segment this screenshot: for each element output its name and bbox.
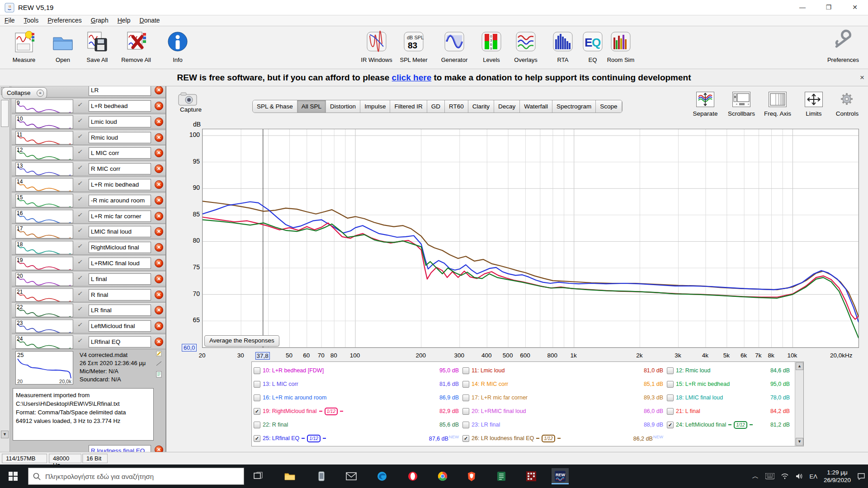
volume-icon[interactable] [795,473,803,479]
tab-decay[interactable]: Decay [494,100,520,113]
network-icon[interactable] [781,473,789,479]
trace-checkbox[interactable] [462,408,469,415]
remove-all-button[interactable]: Remove All [117,29,156,63]
measurement-label[interactable]: R loudness final EQ [89,445,151,452]
tab-spl-phase[interactable]: SPL & Phase [253,100,297,113]
tray-chevron-icon[interactable]: ︿ [752,472,759,481]
touch-keyboard-icon[interactable] [765,473,774,479]
x-cursor-label[interactable]: 37,8 [255,352,270,360]
measurement-thumbnail[interactable]: 17 [15,225,73,239]
taskbar-mail-icon[interactable] [343,468,360,484]
measurement-row-23[interactable]: 23✓LeftMicloud final✕ [12,319,166,334]
selected-measurement[interactable]: 25 20 20,0k V4 corrected.mdat 26 Σεπ 202… [12,350,166,386]
capture-button[interactable]: Capture [177,91,204,113]
measurement-thumbnail[interactable]: 10 [15,115,73,129]
measurement-row-9[interactable]: 9✓L+R bedhead✕ [12,99,166,114]
taskbar-spreadsheet-icon[interactable] [493,468,510,484]
measurement-row-13[interactable]: 13✓R MIC corr✕ [12,161,166,177]
separate-button[interactable]: Separate [688,92,722,117]
taskbar-folder-icon[interactable] [281,468,298,484]
scrollbar-thumb[interactable] [1,100,9,127]
measurement-label[interactable]: LRfinal EQ [89,336,151,347]
measurement-thumbnail[interactable]: 21 [15,288,73,302]
taskbar-chrome-icon[interactable] [434,468,451,484]
close-button[interactable]: ✕ [842,0,868,15]
action-center-icon[interactable] [857,473,865,480]
measurement-label[interactable]: LR final [89,305,151,316]
taskbar-pixelgrid-icon[interactable] [523,468,540,484]
delete-measurement-icon[interactable]: ✕ [155,275,163,283]
trace-checkbox[interactable] [667,408,674,415]
start-button[interactable] [5,468,22,484]
measurement-thumbnail[interactable]: 9 [15,99,73,113]
trace-checkbox[interactable] [667,394,674,401]
measurement-row-18[interactable]: 18✓RightMicloud final✕ [12,240,166,255]
info-button[interactable]: Info [158,29,197,63]
room-sim-button[interactable]: Room Sim [601,29,640,63]
tab-all-spl[interactable]: All SPL [297,100,326,113]
trace-line-icon[interactable] [156,360,163,367]
banner-close-icon[interactable]: × [860,70,864,86]
measurement-thumbnail[interactable]: 15 [15,194,73,207]
tab-scope[interactable]: Scope [596,100,622,113]
measurement-row-12[interactable]: 12✓L MIC corr✕ [12,145,166,161]
measurement-label[interactable]: Rmic loud [89,132,151,143]
measurement-label[interactable]: R final [89,289,151,300]
trace-checkbox[interactable] [254,381,260,388]
average-responses-button[interactable]: Average the Responses [204,335,279,347]
smoothing-badge[interactable]: 1/12 [307,435,320,442]
tab-rt60[interactable]: RT60 [445,100,468,113]
trace-checkbox-checked[interactable]: ✓ [254,435,260,442]
measurement-row-15[interactable]: 15✓-R mic around room✕ [12,193,166,208]
taskbar-opera-icon[interactable] [404,468,421,484]
smoothing-badge[interactable]: 1/12 [734,421,747,429]
measurement-thumbnail[interactable]: 12 [15,146,73,160]
scrollbars-button[interactable]: Scrollbars [724,92,759,117]
delete-measurement-icon[interactable]: ✕ [155,180,163,189]
trace-checkbox[interactable] [462,422,469,428]
measurement-row-20[interactable]: 20✓L final✕ [12,272,166,287]
measurement-label[interactable]: LeftMicloud final [89,320,151,332]
measurement-thumbnail[interactable]: 16 [15,210,73,223]
smoothing-badge[interactable]: 1/12 [542,435,555,442]
sidebar-scrollbar[interactable]: ▲ ▼ [0,86,10,452]
spl-chart[interactable] [202,129,859,348]
menu-item-donate[interactable]: Donate [135,15,165,25]
measurement-row-10[interactable]: 10✓Lmic loud✕ [12,114,166,130]
tab-filtered-ir[interactable]: Filtered IR [390,100,427,113]
delete-measurement-icon[interactable]: ✕ [155,133,163,142]
measurement-thumbnail[interactable]: 23 [15,319,73,333]
y-min-limit-box[interactable]: 60,0 [182,344,197,352]
measurement-label[interactable]: L+R mic far corner [89,211,151,222]
save-all-button[interactable]: Save All [78,29,117,63]
delete-measurement-icon[interactable]: ✕ [155,212,163,221]
taskbar-edge-icon[interactable] [373,468,391,484]
taskbar-clock[interactable]: 1:29 μμ 26/9/2020 [824,469,851,484]
minimize-button[interactable]: — [789,0,816,15]
open-button[interactable]: Open [43,29,82,63]
trace-checkbox[interactable] [254,394,260,401]
menu-item-file[interactable]: File [0,15,19,25]
measurement-label[interactable]: R MIC corr [89,163,151,174]
delete-measurement-icon[interactable]: ✕ [155,102,163,110]
measurement-label[interactable]: LMIC final loud [89,226,151,237]
trace-checkbox[interactable] [667,367,674,374]
legend-scroll-up-icon[interactable]: ▲ [796,362,803,370]
measurement-row-partial[interactable]: R loudness final EQ ✕ [12,443,166,452]
delete-measurement-icon[interactable]: ✕ [155,117,163,126]
taskbar-phone-icon[interactable] [313,468,330,484]
overlays-button[interactable]: Overlays [506,29,545,63]
measurement-thumbnail[interactable]: 18 [15,241,73,254]
language-indicator[interactable]: ΕΛ [810,473,817,480]
levels-button[interactable]: 0369Levels [472,29,511,63]
menu-item-preferences[interactable]: Preferences [43,15,86,25]
measure-button[interactable]: Measure [5,29,43,63]
measurement-row-11[interactable]: 11✓Rmic loud✕ [12,130,166,145]
measurement-row-14[interactable]: 14✓L+R mic bedhead✕ [12,177,166,192]
tab-waterfall[interactable]: Waterfall [520,100,552,113]
measurement-row-24[interactable]: 24✓LRfinal EQ✕ [12,334,166,350]
measurement-label[interactable]: LR [89,86,151,96]
measurement-label[interactable]: L final [89,273,151,285]
trace-checkbox-checked[interactable]: ✓ [254,408,260,415]
measurement-thumbnail[interactable]: 24 [15,335,73,349]
